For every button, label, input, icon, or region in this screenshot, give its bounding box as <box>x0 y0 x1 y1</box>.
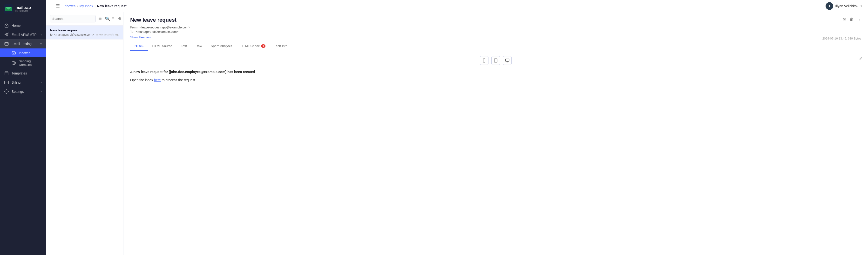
from-value: <leave-request-app@example.com> <box>140 26 190 29</box>
email-title: New leave request <box>130 17 177 23</box>
chevron-right-icon: › <box>41 33 42 36</box>
email-to-row: To: <managers-dl@example.com> <box>130 30 861 33</box>
home-icon <box>4 23 9 28</box>
sidebar-label-billing: Billing <box>11 81 21 84</box>
gear-icon[interactable]: ⚙ <box>117 16 122 22</box>
main-content: ☰ Inboxes › My Inbox › New leave request… <box>46 0 868 255</box>
tab-html-check[interactable]: HTML Check 1 <box>237 41 270 51</box>
email-tabs: HTML HTML Source Text Raw Spam Analysis <box>130 41 861 51</box>
email-meta: From: <leave-request-app@example.com> To… <box>130 26 861 33</box>
html-check-badge: 1 <box>261 44 266 48</box>
chevron-right-settings-icon: › <box>41 90 42 93</box>
expand-icon[interactable]: ⤢ <box>859 56 862 61</box>
email-list-item[interactable]: New leave request to: <managers-dl@examp… <box>46 26 123 39</box>
email-view-controls <box>130 56 861 65</box>
sidebar-label-home: Home <box>11 24 21 28</box>
chevron-right-billing-icon: › <box>41 81 42 84</box>
email-header-top: New leave request ✉ 🗑 ⋮ <box>130 17 861 23</box>
inbox-icon <box>11 51 16 55</box>
search-bar: 🔍 ✉ ↻ ⊞ ⚙ <box>46 12 123 26</box>
logo-text: mailtrap by railsware <box>16 5 31 12</box>
sidebar-navigation: Home Email API/SMTP › Email Testing ∨ In… <box>0 18 46 255</box>
svg-rect-10 <box>5 72 8 75</box>
to-value: <managers-dl@example.com> <box>135 30 179 33</box>
mailtrap-logo-icon <box>4 4 13 13</box>
svg-rect-16 <box>483 59 485 62</box>
breadcrumb: Inboxes › My Inbox › New leave request <box>64 4 127 8</box>
tab-raw[interactable]: Raw <box>191 41 207 51</box>
user-avatar: I <box>826 2 833 10</box>
hamburger-menu-button[interactable]: ☰ <box>52 3 64 9</box>
breadcrumb-my-inbox[interactable]: My Inbox <box>79 4 93 8</box>
chevron-down-icon: ∨ <box>40 42 42 45</box>
globe-icon <box>11 61 16 65</box>
email-testing-icon <box>4 42 9 46</box>
email-list-to: to: <managers-dl@example.com> <box>50 33 94 36</box>
filter-icon[interactable]: ⊞ <box>111 16 115 22</box>
sidebar-label-settings: Settings <box>11 90 24 94</box>
desktop-view-button[interactable] <box>503 56 512 65</box>
search-input[interactable] <box>50 15 96 23</box>
user-chevron-icon: ∨ <box>860 4 862 7</box>
sidebar-item-templates[interactable]: Templates <box>0 69 46 78</box>
breadcrumb-inboxes[interactable]: Inboxes <box>64 4 75 8</box>
template-icon <box>4 71 9 75</box>
tab-html-source[interactable]: HTML Source <box>148 41 177 51</box>
email-body-line2: Open the inbox here to process the reque… <box>130 77 299 83</box>
user-name: Iliyan Velichkov <box>835 4 858 8</box>
svg-rect-20 <box>506 59 509 61</box>
delete-icon[interactable]: 🗑 <box>850 17 854 22</box>
sidebar: mailtrap by railsware Home Email API/SMT… <box>0 0 46 255</box>
user-menu[interactable]: I Iliyan Velichkov ∨ <box>826 2 862 10</box>
email-header-actions: ✉ 🗑 ⋮ <box>843 17 861 22</box>
more-options-icon[interactable]: ⋮ <box>857 17 861 22</box>
tab-tech-info[interactable]: Tech Info <box>270 41 292 51</box>
here-link[interactable]: here <box>154 78 161 82</box>
sidebar-label-templates: Templates <box>11 71 27 75</box>
tablet-view-button[interactable] <box>491 56 500 65</box>
svg-rect-13 <box>5 81 9 84</box>
logo-main-text: mailtrap <box>16 5 31 10</box>
sidebar-item-email-testing[interactable]: Email Testing ∨ <box>0 39 46 49</box>
breadcrumb-current-page: New leave request <box>97 4 127 8</box>
sidebar-item-settings[interactable]: Settings › <box>0 87 46 96</box>
search-button[interactable]: 🔍 <box>105 17 110 21</box>
topbar: ☰ Inboxes › My Inbox › New leave request… <box>46 0 868 12</box>
billing-icon <box>4 80 9 85</box>
svg-rect-18 <box>494 59 497 62</box>
sidebar-label-inboxes: Inboxes <box>19 51 30 55</box>
sidebar-item-inboxes[interactable]: Inboxes <box>0 49 46 57</box>
svg-point-15 <box>6 91 7 92</box>
email-list-meta: to: <managers-dl@example.com> a few seco… <box>50 33 119 36</box>
send-icon <box>4 33 9 37</box>
email-content: A new leave request for [john.doe.employ… <box>130 69 299 83</box>
from-label: From: <box>130 26 138 29</box>
compose-icon[interactable]: ✉ <box>98 16 102 22</box>
sidebar-item-home[interactable]: Home <box>0 21 46 30</box>
breadcrumb-sep-2: › <box>94 4 95 8</box>
email-body-line1: A new leave request for [john.doe.employ… <box>130 70 255 74</box>
email-detail-panel: New leave request ✉ 🗑 ⋮ From: <leave-req… <box>123 12 868 255</box>
sidebar-item-sending-domains[interactable]: Sending Domains <box>0 57 46 69</box>
sidebar-label-email-api: Email API/SMTP <box>11 33 36 37</box>
tab-spam-analysis[interactable]: Spam Analysis <box>207 41 237 51</box>
tab-text[interactable]: Text <box>177 41 191 51</box>
email-date-size: 2024-07-16 13:45, 639 Bytes <box>823 37 861 40</box>
sidebar-item-billing[interactable]: Billing › <box>0 78 46 87</box>
settings-icon <box>4 89 9 94</box>
sidebar-item-email-api[interactable]: Email API/SMTP › <box>0 30 46 39</box>
email-body: ⤢ A new leave request for [john.doe.empl… <box>123 51 868 255</box>
sidebar-label-email-testing: Email Testing <box>11 42 32 46</box>
email-header: New leave request ✉ 🗑 ⋮ From: <leave-req… <box>123 12 868 51</box>
reply-icon[interactable]: ✉ <box>843 17 846 22</box>
topbar-left: ☰ Inboxes › My Inbox › New leave request <box>52 3 127 9</box>
sidebar-logo: mailtrap by railsware <box>0 0 46 18</box>
show-headers-link[interactable]: Show Headers <box>130 35 151 39</box>
email-list-panel: 🔍 ✉ ↻ ⊞ ⚙ New leave request to: <manager… <box>46 12 123 255</box>
sidebar-label-sending-domains: Sending Domains <box>19 59 42 66</box>
mobile-view-button[interactable] <box>480 56 489 65</box>
breadcrumb-sep-1: › <box>77 4 78 8</box>
email-from-row: From: <leave-request-app@example.com> <box>130 26 861 29</box>
email-list-subject: New leave request <box>50 28 119 32</box>
tab-html[interactable]: HTML <box>130 41 148 51</box>
